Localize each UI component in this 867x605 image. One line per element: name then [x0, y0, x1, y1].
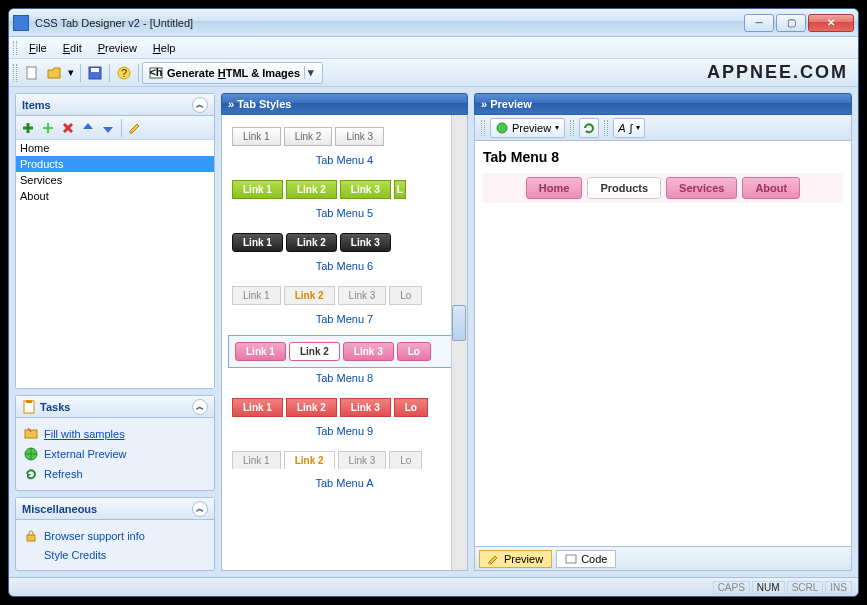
preview-dropdown[interactable]: Preview▾: [490, 118, 565, 138]
misc-credits[interactable]: Style Credits: [22, 546, 208, 564]
style-preview[interactable]: Link 1Link 2Link 3Lo: [228, 394, 461, 421]
scrollbar[interactable]: [451, 115, 467, 570]
task-link[interactable]: Style Credits: [44, 549, 106, 561]
task-external[interactable]: External Preview: [22, 444, 208, 464]
app-icon: [13, 15, 29, 31]
up-icon[interactable]: [79, 119, 97, 137]
titlebar[interactable]: CSS Tab Designer v2 - [Untitled] ─ ▢ ✕: [9, 9, 858, 37]
menubar: File Edit Preview Help: [9, 37, 858, 59]
task-fill[interactable]: Fill with samples: [22, 424, 208, 444]
add-icon[interactable]: [19, 119, 37, 137]
scroll-thumb[interactable]: [452, 305, 466, 341]
collapse-icon[interactable]: ︽: [192, 399, 208, 415]
list-item[interactable]: Products: [16, 156, 214, 172]
style-preview[interactable]: Link 1Link 2Link 3: [228, 123, 461, 150]
preview-body: Tab Menu 8 Home Products Services About: [474, 141, 852, 547]
grip-icon: [604, 120, 608, 136]
dropdown-icon[interactable]: ▾: [66, 63, 76, 83]
generate-button[interactable]: <h Generate HTML & Images ▾: [142, 62, 323, 84]
tabstyles-body[interactable]: Link 1Link 2Link 3 Tab Menu 4 Link 1Link…: [221, 115, 468, 571]
svg-point-12: [497, 123, 507, 133]
lock-icon: [24, 529, 38, 543]
misc-panel: Miscellaneous ︽ Browser support info Sty…: [15, 497, 215, 571]
refresh-button[interactable]: [579, 118, 599, 138]
menu-edit[interactable]: Edit: [55, 40, 90, 56]
chevron-down-icon[interactable]: ▾: [304, 66, 316, 79]
footer-tab-preview[interactable]: Preview: [479, 550, 552, 568]
down-icon[interactable]: [99, 119, 117, 137]
preview-toolbar: Preview▾ A∫ ▾: [474, 115, 852, 141]
task-link[interactable]: Refresh: [44, 468, 83, 480]
svg-text:<h: <h: [149, 66, 162, 78]
footer-tab-code[interactable]: Code: [556, 550, 616, 568]
svg-rect-13: [566, 555, 576, 563]
list-item[interactable]: Services: [16, 172, 214, 188]
statusbar: CAPS NUM SCRL INS: [9, 577, 858, 596]
tasks-header[interactable]: Tasks ︽: [16, 396, 214, 418]
style-label: Tab Menu 4: [222, 152, 467, 172]
style-label: Tab Menu 7: [222, 311, 467, 331]
misc-browser[interactable]: Browser support info: [22, 526, 208, 546]
pencil-icon: [488, 553, 500, 565]
svg-rect-0: [27, 67, 36, 79]
style-preview[interactable]: Link 1Link 2Link 3: [228, 229, 461, 256]
style-preview[interactable]: Link 1Link 2Link 3Lo: [228, 282, 461, 309]
generate-label: Generate HTML & Images: [167, 67, 300, 79]
collapse-icon[interactable]: ︽: [192, 501, 208, 517]
svg-rect-2: [91, 68, 99, 72]
minimize-button[interactable]: ─: [744, 14, 774, 32]
client-area: Items ︽ Home Products Services: [9, 87, 858, 577]
menu-file[interactable]: File: [21, 40, 55, 56]
separator: [80, 64, 81, 82]
task-link[interactable]: Fill with samples: [44, 428, 125, 440]
style-preview-selected[interactable]: Link 1Link 2Link 3Lo: [228, 335, 461, 368]
open-icon[interactable]: [44, 63, 64, 83]
status-num: NUM: [752, 581, 785, 594]
items-panel: Items ︽ Home Products Services: [15, 93, 215, 389]
grip-icon: [481, 120, 485, 136]
style-preview[interactable]: Link 1Link 2Link 3Lo: [228, 447, 461, 473]
task-link[interactable]: Browser support info: [44, 530, 145, 542]
style-label: Tab Menu 9: [222, 423, 467, 443]
task-refresh[interactable]: Refresh: [22, 464, 208, 484]
separator: [121, 119, 122, 137]
preview-footer: Preview Code: [474, 547, 852, 571]
close-button[interactable]: ✕: [808, 14, 854, 32]
preview-header: » Preview: [474, 93, 852, 115]
collapse-icon[interactable]: ︽: [192, 97, 208, 113]
preview-tab[interactable]: Home: [526, 177, 583, 199]
delete-icon[interactable]: [59, 119, 77, 137]
style-preview[interactable]: Link 1Link 2Link 3L: [228, 176, 461, 203]
items-list[interactable]: Home Products Services About: [16, 140, 214, 388]
items-title: Items: [22, 99, 51, 111]
tabstyles-column: » Tab Styles Link 1Link 2Link 3 Tab Menu…: [221, 93, 468, 571]
preview-tab[interactable]: Services: [666, 177, 737, 199]
items-header[interactable]: Items ︽: [16, 94, 214, 116]
status-ins: INS: [825, 581, 852, 594]
misc-header[interactable]: Miscellaneous ︽: [16, 498, 214, 520]
style-label: Tab Menu 6: [222, 258, 467, 278]
brand-text: APPNEE.COM: [707, 62, 848, 83]
style-label: Tab Menu 8: [222, 370, 467, 390]
code-icon: [565, 553, 577, 565]
menu-help[interactable]: Help: [145, 40, 184, 56]
edit-icon[interactable]: [126, 119, 144, 137]
style-label: Tab Menu A: [222, 475, 467, 495]
maximize-button[interactable]: ▢: [776, 14, 806, 32]
grip-icon: [13, 64, 17, 82]
status-caps: CAPS: [713, 581, 750, 594]
font-button[interactable]: A∫ ▾: [613, 118, 645, 138]
list-item[interactable]: Home: [16, 140, 214, 156]
preview-heading: Tab Menu 8: [483, 149, 843, 165]
preview-tab[interactable]: About: [742, 177, 800, 199]
help-icon[interactable]: ?: [114, 63, 134, 83]
new-icon[interactable]: [22, 63, 42, 83]
menu-preview[interactable]: Preview: [90, 40, 145, 56]
separator: [109, 64, 110, 82]
add-child-icon[interactable]: [39, 119, 57, 137]
task-link[interactable]: External Preview: [44, 448, 127, 460]
save-icon[interactable]: [85, 63, 105, 83]
clipboard-icon: [22, 400, 36, 414]
list-item[interactable]: About: [16, 188, 214, 204]
preview-tab[interactable]: Products: [587, 177, 661, 199]
